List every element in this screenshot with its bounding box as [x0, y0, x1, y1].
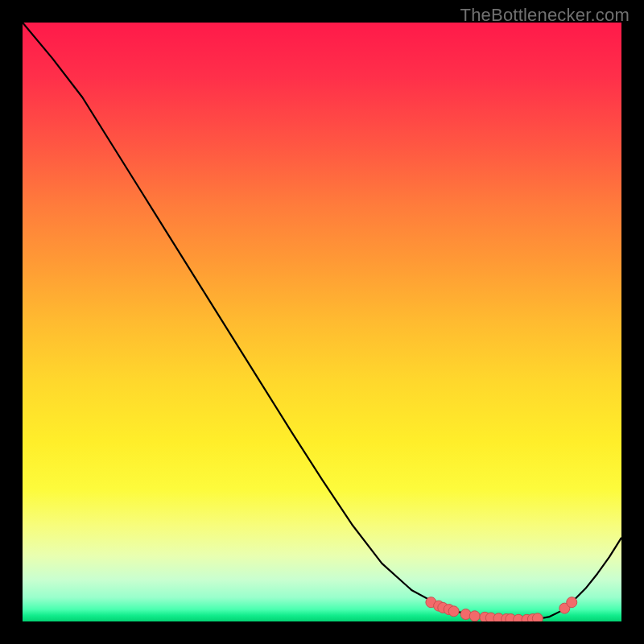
curve-marker: [448, 606, 459, 617]
chart-plot-area: [23, 23, 621, 621]
curve-marker: [469, 611, 480, 621]
chart-svg: [23, 23, 621, 621]
curve-marker: [532, 613, 543, 621]
marker-group: [426, 597, 577, 621]
watermark-text: TheBottlenecker.com: [460, 5, 630, 26]
bottleneck-curve-line: [23, 23, 621, 620]
curve-marker: [567, 597, 577, 608]
